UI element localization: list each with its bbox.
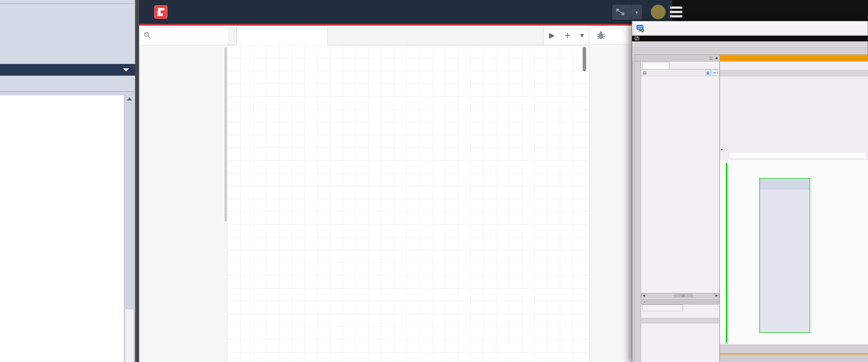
breadcrumb[interactable] xyxy=(720,55,868,61)
node-palette xyxy=(139,26,228,362)
add-flow-button[interactable]: + xyxy=(565,30,570,41)
flow-tab-bar: ▶ + ▾ xyxy=(228,26,589,45)
collapse-network-icon[interactable]: ▾ xyxy=(721,148,723,151)
divider xyxy=(0,3,135,4)
tia-menu-bar xyxy=(632,41,868,47)
inspector-tabs xyxy=(720,354,868,362)
flow-tab-active[interactable] xyxy=(237,26,328,45)
task-card-strip[interactable] xyxy=(635,61,641,362)
scroll-up-icon[interactable] xyxy=(127,98,132,101)
lad-network-canvas[interactable] xyxy=(720,160,868,344)
tree-view-icon[interactable]: ▩ xyxy=(705,70,711,75)
tab-technology-objects[interactable] xyxy=(642,305,683,311)
scrollbar-thumb[interactable]: |||| xyxy=(674,294,693,297)
ladder-editor-window xyxy=(0,0,135,362)
network-comment[interactable] xyxy=(730,153,866,159)
node-red-window: ▾ ▶ + ▾ xyxy=(135,0,672,362)
details-view-columns xyxy=(641,318,719,323)
main-menu-icon[interactable] xyxy=(670,6,682,18)
divider xyxy=(0,94,135,95)
rdp-title-bar[interactable] xyxy=(632,21,868,36)
deploy-dropdown-icon[interactable]: ▾ xyxy=(631,9,642,16)
ladder-rung-canvas[interactable] xyxy=(0,95,124,362)
remote-desktop-icon xyxy=(636,24,645,33)
chevron-down-icon[interactable] xyxy=(123,68,129,72)
scrollbar-thumb[interactable] xyxy=(125,309,134,362)
deploy-button[interactable]: ▾ xyxy=(612,5,642,20)
project-tree-toolbar: ▤ ▩ ➦ xyxy=(641,69,719,76)
deploy-icon xyxy=(616,9,624,16)
scroll-left-icon[interactable]: ◀ xyxy=(641,293,646,298)
palette-scrollbar[interactable] xyxy=(224,47,227,222)
ladder-collapsed-bar[interactable] xyxy=(0,64,135,76)
palette-filter[interactable] xyxy=(139,26,228,45)
inspector-band xyxy=(720,344,868,353)
tree-sync-icon[interactable]: ➦ xyxy=(712,70,717,75)
block-editor-panel: ▾ xyxy=(720,61,868,362)
tree-options-icon[interactable]: ▤ xyxy=(643,70,647,75)
tia-logo-icon: TIAV17 xyxy=(634,36,640,40)
tia-title-bar[interactable]: TIAV17 xyxy=(632,36,868,41)
node-red-logo-icon xyxy=(154,5,168,19)
remote-desktop-window: TIAV17 ◫ ◀ ▤ ▩ ➦ ◀ ▶ |||| xyxy=(632,21,868,362)
bug-icon xyxy=(596,30,606,40)
user-avatar[interactable] xyxy=(651,5,665,19)
tab-devices[interactable] xyxy=(642,62,669,69)
node-red-header: ▾ xyxy=(139,0,672,24)
divider xyxy=(0,91,135,92)
project-tree-header[interactable]: ◫ ◀ xyxy=(635,55,720,61)
network-header[interactable]: ▾ xyxy=(720,147,868,153)
pin-panel-icon[interactable]: ◫ xyxy=(709,56,713,60)
flow-list-dropdown[interactable]: ▾ xyxy=(580,31,584,40)
canvas-scrollbar-thumb[interactable] xyxy=(583,47,586,71)
window-edge xyxy=(135,0,139,362)
chevron-down-icon: ⌄ xyxy=(643,299,646,303)
flow-canvas[interactable] xyxy=(228,45,589,362)
tree-horizontal-scrollbar[interactable]: ◀ ▶ |||| xyxy=(641,293,719,298)
scroll-right-icon[interactable]: ▶ xyxy=(714,293,719,298)
run-flows-button[interactable]: ▶ xyxy=(549,31,555,40)
fb-call-block[interactable] xyxy=(759,178,810,333)
collapse-panel-icon[interactable]: ◀ xyxy=(715,56,717,60)
tia-toolbar xyxy=(632,47,868,55)
ladder-scrollbar[interactable] xyxy=(124,95,135,362)
power-rail xyxy=(726,163,727,343)
search-icon xyxy=(144,32,151,39)
details-view-header[interactable]: ⌄ xyxy=(641,298,719,305)
project-tree-panel: ▤ ▩ ➦ ◀ ▶ |||| ⌄ xyxy=(641,61,720,362)
editor-toolbar xyxy=(720,70,868,76)
